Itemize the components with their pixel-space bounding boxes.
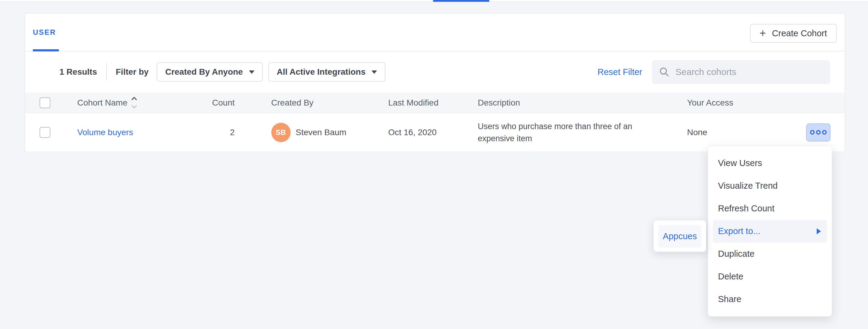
row-checkbox[interactable] [39, 127, 51, 138]
cohorts-card: USER + Create Cohort 1 Results Filter by… [25, 13, 845, 151]
menu-item-visualize-trend[interactable]: Visualize Trend [708, 174, 832, 197]
avatar-initials: SB [276, 128, 286, 137]
header-last-modified: Last Modified [388, 98, 478, 108]
tab-active-underline [33, 49, 59, 51]
filter-bar: 1 Results Filter by Created By Anyone Al… [25, 51, 845, 92]
search-box[interactable] [652, 60, 830, 84]
access-value: None [687, 128, 806, 137]
ellipsis-icon [810, 130, 814, 135]
tab-user-label: USER [33, 28, 56, 36]
more-actions-button[interactable] [806, 124, 831, 141]
reset-filter-link[interactable]: Reset Filter [597, 67, 642, 77]
submenu-item-appcues[interactable]: Appcues [658, 225, 702, 248]
cohort-count: 2 [180, 128, 235, 137]
created-by-dropdown[interactable]: Created By Anyone [157, 62, 262, 82]
active-nav-tab-indicator [433, 0, 489, 2]
created-by-dropdown-label: Created By Anyone [165, 67, 243, 77]
menu-item-delete[interactable]: Delete [708, 265, 832, 288]
integrations-dropdown[interactable]: All Active Integrations [268, 62, 386, 82]
results-count: 1 Results [59, 67, 97, 77]
menu-item-export-to[interactable]: Export to... [713, 220, 827, 243]
header-your-access: Your Access [687, 98, 806, 108]
header-count: Count [180, 98, 235, 108]
menu-item-duplicate[interactable]: Duplicate [708, 243, 832, 265]
menu-item-refresh-count[interactable]: Refresh Count [708, 197, 832, 220]
creator-name: Steven Baum [296, 128, 346, 137]
create-cohort-label: Create Cohort [772, 28, 827, 38]
vertical-divider [106, 63, 107, 81]
sort-icon [132, 98, 136, 108]
submenu-arrow-icon [817, 228, 821, 235]
tab-user[interactable]: USER [33, 13, 56, 51]
ellipsis-icon [822, 130, 827, 135]
header-cohort-name[interactable]: Cohort Name [77, 98, 180, 108]
menu-item-export-to-label: Export to... [718, 226, 760, 236]
last-modified-date: Oct 16, 2020 [388, 128, 478, 137]
integrations-dropdown-label: All Active Integrations [277, 67, 366, 77]
top-nav-bar [0, 0, 868, 2]
filter-by-label: Filter by [116, 67, 149, 77]
chevron-down-icon [249, 71, 254, 74]
card-tab-row: USER + Create Cohort [25, 13, 845, 51]
header-description: Description [478, 98, 687, 108]
export-submenu: Appcues [653, 220, 706, 252]
create-cohort-button[interactable]: + Create Cohort [750, 24, 837, 43]
ellipsis-icon [816, 130, 820, 135]
cohort-description: Users who purchase more than three of an… [478, 120, 651, 144]
table-header-row: Cohort Name Count Created By Last Modifi… [25, 92, 845, 113]
cohort-name-link[interactable]: Volume buyers [77, 128, 133, 137]
chevron-down-icon [372, 71, 377, 74]
context-menu: View Users Visualize Trend Refresh Count… [708, 146, 832, 317]
header-created-by: Created By [271, 98, 389, 108]
search-icon [659, 67, 670, 77]
search-input[interactable] [676, 67, 823, 77]
avatar: SB [271, 123, 291, 142]
plus-icon: + [760, 28, 766, 39]
header-cohort-name-label: Cohort Name [77, 98, 128, 108]
select-all-checkbox[interactable] [39, 98, 51, 108]
menu-item-view-users[interactable]: View Users [708, 152, 832, 174]
menu-item-share[interactable]: Share [708, 288, 832, 310]
